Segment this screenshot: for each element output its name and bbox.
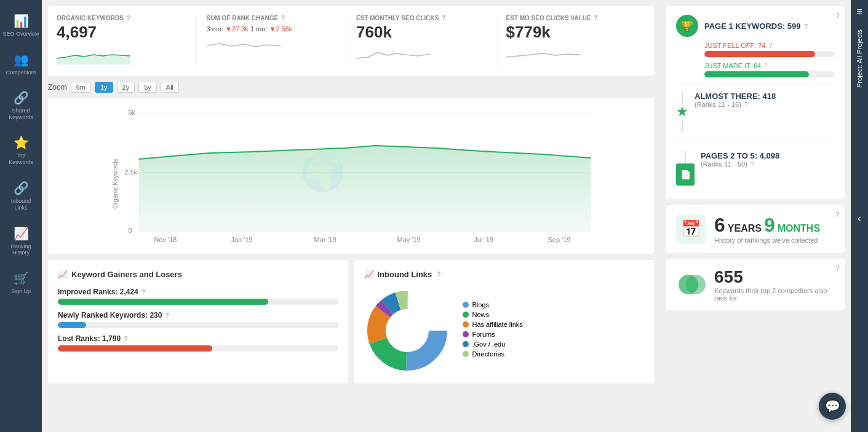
svg-text:2.5k: 2.5k [125,168,138,176]
sidebar-item-ranking-history[interactable]: 📈 RankingHistory [0,219,42,264]
svg-text:Organic Keywords: Organic Keywords [112,159,119,209]
main-chart: 5k 2.5k 0 Organic Keywords Nov '18 Jan '… [54,104,648,245]
lost-ranks-item: Lost Ranks: 1,790 ? [58,334,338,351]
history-help[interactable]: ? [835,210,840,219]
zoom-1y[interactable]: 1y [95,82,113,93]
legend-news: News [463,311,523,318]
history-years-value: 6 [714,214,725,237]
fell-off-help[interactable]: ? [769,42,773,49]
improved-ranks-fill [58,299,268,305]
sidebar-item-sign-up[interactable]: 🛒 Sign Up [0,264,42,302]
monthly-clicks-help[interactable]: ? [442,15,445,22]
metrics-row: ORGANIC KEYWORDS ? 4,697 SUM OF RANK CHA… [48,6,654,76]
newly-ranked-fill [58,322,86,328]
inbound-links-help[interactable]: ? [437,271,440,278]
svg-text:Sep '19: Sep '19 [548,236,571,243]
legend-affiliate: Has affiliate links [463,321,523,328]
sidebar-item-inbound-links[interactable]: 🔗 InboundLinks [0,173,42,219]
zoom-5y[interactable]: 5y [138,82,157,93]
metric-organic-keywords: ORGANIC KEYWORDS ? 4,697 [57,15,197,67]
monthly-clicks-label: EST MONTHLY SEO CLICKS ? [356,15,486,22]
menu-icon[interactable]: ≡ [856,0,862,23]
legend-blogs: Blogs [463,301,523,308]
organic-keywords-value: 4,697 [57,24,186,40]
pages25-section: 📄 PAGES 2 TO 5: 4,098 (Ranks 11 - 50) ? [676,146,835,190]
zoom-controls: Zoom 6m 1y 2y 5y All [48,82,654,93]
lost-ranks-help[interactable]: ? [124,336,127,342]
svg-text:Nov '18: Nov '18 [154,236,177,243]
zoom-2y[interactable]: 2y [117,82,135,93]
metric-rank-change: SUM OF RANK CHANGE ? 3 mo: ▼27.3k 1 mo: … [197,15,347,67]
doc-icon: 📄 [676,163,695,186]
svg-marker-0 [57,55,130,65]
history-sub: History of rankings we've collected [714,237,820,244]
improved-ranks-item: Improved Ranks: 2,424 ? [58,288,338,305]
zoom-all[interactable]: All [161,82,179,93]
rank-change-label: SUM OF RANK CHANGE ? [207,15,336,22]
center-panel: ORGANIC KEYWORDS ? 4,697 SUM OF RANK CHA… [42,0,660,432]
made-it-bar [704,71,835,77]
almost-help[interactable]: ? [744,101,748,108]
sidebar-item-seo-overview[interactable]: 📊 SEO Overview [0,6,42,45]
chat-button[interactable]: 💬 [819,393,846,420]
page1-help[interactable]: ? [835,11,840,20]
collapse-chevron[interactable]: ‹ [858,212,861,225]
sidebar-item-shared-keywords[interactable]: 🔗 SharedKeywords [0,83,42,128]
ranking-history-icon: 📈 [14,226,29,241]
svg-text:Jul '19: Jul '19 [474,236,493,243]
stats-panel: ? 🏆 PAGE 1 KEYWORDS: 599 ? JUST FELL OFF… [660,0,851,432]
clicks-value-help[interactable]: ? [594,15,597,22]
organic-keywords-sparkline [57,46,130,65]
pages25-help[interactable]: ? [751,161,754,168]
svg-point-22 [395,318,420,343]
svg-text:5k: 5k [129,109,136,116]
trophy-icon: 🏆 [676,15,698,37]
just-fell-off-label: JUST FELL OFF: 74 ? [704,42,835,49]
svg-text:Jan '19: Jan '19 [231,236,253,243]
sign-up-icon: 🛒 [14,271,29,286]
inbound-links-chart-icon: 📈 [364,270,374,279]
newly-ranked-bar [58,322,338,328]
main-chart-container: 5k 2.5k 0 Organic Keywords Nov '18 Jan '… [48,98,654,254]
rank-change-sparkline [207,36,281,55]
monthly-clicks-sparkline [356,46,430,65]
clicks-value-label: EST MO SEO CLICKS VALUE ? [506,15,636,22]
page1-card: ? 🏆 PAGE 1 KEYWORDS: 599 ? JUST FELL OFF… [666,6,845,199]
rank-change-help[interactable]: ? [281,15,285,22]
inbound-links-title: 📈 Inbound Links ? [364,270,645,279]
bar-chart-icon: 📊 [14,14,29,28]
competitor-card: ? 655 Keywords their top 2 competitors a… [666,259,845,310]
project-label: Project: All Projects [856,29,863,88]
improved-ranks-help[interactable]: ? [141,289,145,296]
gainers-icon: 📈 [58,270,68,279]
newly-ranked-help[interactable]: ? [165,312,169,319]
improved-ranks-bar [58,299,338,305]
svg-text:May '19: May '19 [397,236,421,243]
monthly-clicks-value: 760k [356,24,486,40]
gainers-card: 📈 Keyword Gainers and Losers Improved Ra… [48,260,348,383]
svg-marker-14 [139,146,591,231]
competitor-help[interactable]: ? [835,264,840,273]
clicks-value-sparkline [506,46,580,65]
competitor-value: 655 [714,267,835,287]
sidebar-item-top-keywords[interactable]: ⭐ TopKeywords [0,128,42,173]
newly-ranked-item: Newly Ranked Keywords: 230 ? [58,311,338,328]
inbound-links-icon: 🔗 [14,181,29,195]
lost-ranks-bar [58,345,338,351]
sidebar-item-competitors[interactable]: 👥 Competitors [0,45,42,83]
legend-forums: Forums [463,331,523,338]
metric-monthly-clicks: EST MONTHLY SEO CLICKS ? 760k [346,15,496,67]
made-it-help[interactable]: ? [764,63,768,69]
chat-icon: 💬 [825,399,840,414]
zoom-6m[interactable]: 6m [71,82,91,93]
page1-count-help[interactable]: ? [804,23,808,30]
history-years-label: YEARS [728,223,762,234]
history-months-label: MONTHS [778,223,820,234]
right-sidebar: ≡ Project: All Projects ‹ [851,0,868,432]
donut-chart [364,288,450,374]
rank-change-values: 3 mo: ▼27.3k 1 mo: ▼2.56k [207,25,336,33]
organic-keywords-help[interactable]: ? [127,15,130,22]
legend-directories: Directories [463,350,523,358]
competitor-icon [676,270,706,299]
history-months-value: 9 [764,214,775,237]
